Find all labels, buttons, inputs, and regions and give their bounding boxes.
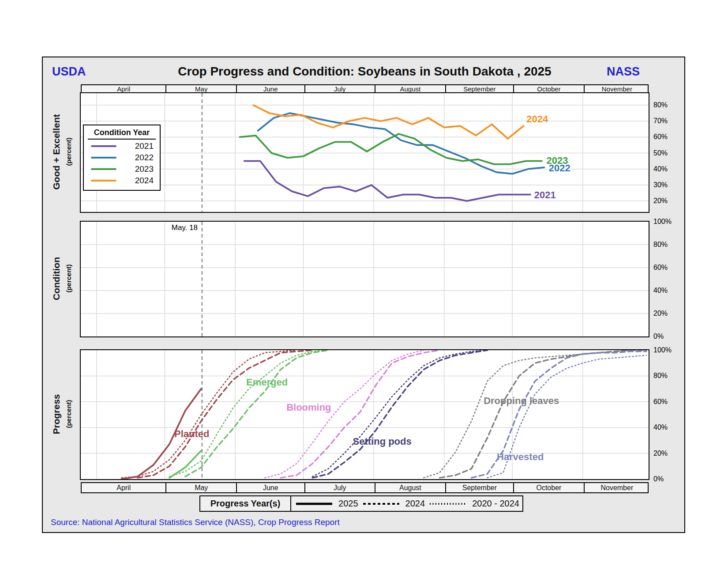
y-tick-label: 60% (653, 264, 668, 272)
month-label-june: June (236, 85, 304, 93)
stage-label: Harvested (497, 451, 544, 462)
dotted-line-sample (428, 501, 468, 506)
stage-label: Dropping leaves (484, 395, 559, 406)
month-label-june: June (236, 483, 304, 492)
dashed-line-sample (361, 501, 401, 506)
month-label-september: September (445, 483, 513, 492)
month-label-april: April (82, 483, 165, 492)
y-tick-label: 80% (653, 241, 668, 249)
month-label-october: October (513, 85, 584, 93)
month-label-october: October (513, 483, 584, 492)
y-tick-label: 70% (653, 117, 668, 125)
condition-legend-item-2022: 2022 (84, 152, 160, 163)
y-tick-label: 40% (653, 287, 668, 295)
progress-blooming-dashed-line (281, 350, 439, 478)
legend-year-label: 2022 (116, 153, 154, 162)
solid-line-sample (294, 501, 334, 506)
progress-planted-dashed-line (138, 350, 312, 478)
condition-line-2023 (240, 134, 542, 164)
condition-line-2024 (253, 105, 524, 139)
legend-year-label: 2021 (116, 141, 154, 151)
stage-label: Planted (174, 428, 209, 439)
progress-legend-year-label: 2024 (405, 499, 425, 509)
progress-years-legend: Progress Year(s) 202520242020 - 2024 (199, 495, 523, 512)
legend-line-sample (91, 145, 116, 147)
middle-axis-subtitle: (percent) (65, 212, 72, 345)
month-label-april: April (82, 85, 165, 93)
y-tick-label: 0% (653, 475, 664, 483)
condition-legend-item-2021: 2021 (84, 140, 160, 152)
stage-label: Setting pods (353, 436, 412, 447)
progress-legend-item: 2025 (294, 499, 358, 509)
legend-line-sample (91, 168, 116, 170)
month-label-july: July (304, 85, 375, 93)
month-label-may: May (165, 483, 236, 492)
progress-setting-pods-dotted-line (312, 350, 487, 476)
middle-axis-title: Condition (51, 212, 62, 345)
month-label-july: July (304, 483, 375, 492)
y-tick-label: 100% (653, 346, 672, 354)
legend-line-sample (91, 157, 116, 159)
month-label-november: November (584, 483, 649, 492)
condition-chart (80, 221, 649, 337)
source-citation: Source: National Agricultural Statistics… (51, 518, 340, 527)
top-axis-subtitle: (percent) (65, 86, 72, 218)
legend-year-label: 2024 (116, 176, 154, 185)
condition-year-legend: Condition Year 2021202220232024 (83, 125, 161, 191)
bottom-axis-title: Progress (51, 348, 62, 480)
condition-line-label-2021: 2021 (534, 189, 556, 200)
month-label-may: May (165, 85, 236, 93)
month-label-september: September (445, 85, 513, 93)
progress-legend-title: Progress Year(s) (200, 496, 291, 511)
progress-legend-items: 202520242020 - 2024 (291, 496, 522, 511)
page-title: Crop Progress and Condition: Soybeans in… (81, 64, 649, 79)
condition-legend-title: Condition Year (84, 125, 160, 137)
progress-legend-item: 2020 - 2024 (428, 499, 519, 509)
reference-date-label: May. 18 (146, 223, 198, 232)
stage-label: Blooming (286, 402, 331, 413)
month-label-august: August (375, 85, 445, 93)
month-label-november: November (584, 85, 649, 93)
condition-legend-item-2023: 2023 (84, 163, 160, 175)
legend-divider (88, 139, 156, 140)
month-label-august: August (375, 483, 445, 492)
crop-progress-report: USDA Crop Progress and Condition: Soybea… (0, 0, 728, 563)
y-tick-label: 40% (653, 423, 668, 431)
progress-planted-dotted-line (122, 350, 296, 478)
y-tick-label: 80% (653, 372, 668, 380)
y-tick-label: 20% (653, 310, 668, 317)
condition-line-label-2023: 2023 (547, 155, 568, 166)
bottom-month-axis: AprilMayJuneJulyAugustSeptemberOctoberNo… (81, 482, 649, 493)
progress-legend-item: 2024 (361, 499, 425, 509)
legend-year-label: 2023 (116, 164, 154, 174)
condition-line-2021 (244, 161, 531, 201)
condition-legend-rows: 2021202220232024 (84, 140, 160, 186)
top-axis-title: Good + Excellent (51, 86, 62, 218)
condition-good-excellent-chart: 2021202220232024 (80, 92, 649, 213)
stage-label: Emerged (246, 377, 288, 388)
y-tick-label: 20% (653, 450, 668, 457)
nass-logo-text: NASS (585, 65, 640, 79)
progress-blooming-dotted-line (265, 350, 424, 478)
y-tick-label: 40% (653, 165, 668, 173)
progress-legend-year-label: 2025 (338, 499, 358, 509)
y-tick-label: 50% (653, 149, 668, 157)
progress-legend-year-label: 2020 - 2024 (472, 499, 519, 509)
y-tick-label: 60% (653, 398, 668, 406)
y-tick-label: 100% (653, 218, 672, 226)
y-tick-label: 0% (653, 333, 664, 340)
legend-line-sample (91, 180, 116, 181)
bottom-axis-subtitle: (percent) (65, 348, 72, 480)
y-tick-label: 20% (653, 197, 668, 205)
condition-line-label-2024: 2024 (526, 113, 548, 125)
y-tick-label: 80% (653, 101, 668, 109)
condition-legend-item-2024: 2024 (84, 175, 160, 186)
y-tick-label: 60% (653, 133, 668, 141)
y-tick-label: 30% (653, 181, 668, 189)
progress-chart: PlantedEmergedBloomingSetting podsDroppi… (80, 349, 649, 480)
